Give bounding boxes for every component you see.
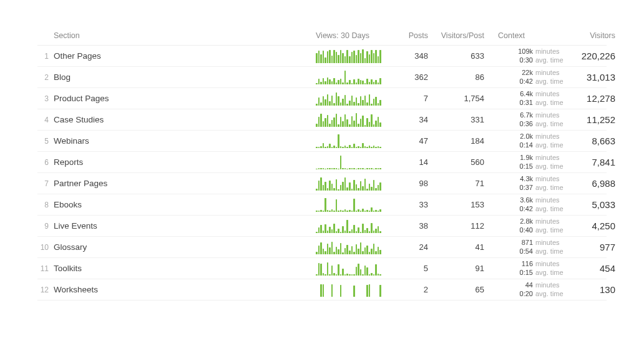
- row-rank: 12: [37, 286, 54, 294]
- header-context[interactable]: Context: [484, 31, 565, 40]
- context-avgtime-value: 0:30: [510, 56, 533, 65]
- context-avgtime-value: 0:31: [510, 99, 533, 107]
- table-row[interactable]: 4Case Studies343316.7kminutes0:36avg. ti…: [37, 109, 607, 131]
- visitors-count: 130: [565, 284, 615, 295]
- context-avgtime-label: avg. time: [535, 56, 565, 65]
- visitors-per-post: 331: [428, 115, 484, 124]
- visitors-count: 220,226: [565, 51, 615, 61]
- context-avgtime-label: avg. time: [535, 77, 565, 86]
- section-name[interactable]: Toolkits: [54, 264, 316, 273]
- header-posts[interactable]: Posts: [391, 31, 428, 40]
- visitors-per-post: 112: [428, 221, 484, 231]
- visitors-per-post: 91: [428, 264, 484, 273]
- section-analytics-table: Section Views: 30 Days Posts Visitors/Po…: [0, 0, 644, 313]
- table-row[interactable]: 8Ebooks331533.6kminutes0:42avg. time5,03…: [37, 194, 607, 216]
- table-row[interactable]: 7Partner Pages98714.3kminutes0:37avg. ti…: [37, 173, 607, 194]
- table-row[interactable]: 10Glossary2441871minutes0:54avg. time977: [37, 237, 607, 258]
- context-minutes-label: minutes: [535, 69, 565, 77]
- views-sparkline: [316, 262, 391, 276]
- section-name[interactable]: Other Pages: [54, 51, 316, 61]
- context-avgtime-label: avg. time: [535, 184, 565, 192]
- visitors-per-post: 184: [428, 136, 484, 146]
- context-avgtime-label: avg. time: [535, 226, 565, 235]
- context-minutes-value: 6.4k: [510, 90, 533, 99]
- posts-count: 24: [391, 242, 428, 252]
- views-sparkline: [316, 49, 391, 63]
- context-minutes-label: minutes: [535, 111, 565, 120]
- context-avgtime-label: avg. time: [535, 162, 565, 171]
- table-header-row: Section Views: 30 Days Posts Visitors/Po…: [37, 31, 607, 46]
- visitors-count: 5,033: [565, 199, 615, 210]
- context-avgtime-label: avg. time: [535, 120, 565, 129]
- posts-count: 7: [391, 94, 428, 103]
- context-avgtime-value: 0:14: [510, 141, 533, 150]
- posts-count: 38: [391, 221, 428, 231]
- visitors-count: 454: [565, 263, 615, 274]
- context-stats: 109kminutes0:30avg. time: [484, 47, 565, 65]
- context-avgtime-value: 0:42: [510, 205, 533, 214]
- section-name[interactable]: Webinars: [54, 136, 316, 146]
- context-stats: 2.0kminutes0:14avg. time: [484, 132, 565, 150]
- visitors-count: 8,663: [565, 136, 615, 146]
- table-row[interactable]: 3Product Pages71,7546.4kminutes0:31avg. …: [37, 88, 607, 109]
- section-name[interactable]: Case Studies: [54, 115, 316, 124]
- visitors-per-post: 560: [428, 157, 484, 167]
- context-avgtime-value: 0:40: [510, 226, 533, 235]
- row-rank: 4: [37, 116, 54, 124]
- context-stats: 4.3kminutes0:37avg. time: [484, 175, 565, 192]
- section-name[interactable]: Blog: [54, 72, 316, 82]
- visitors-per-post: 86: [428, 72, 484, 82]
- context-avgtime-label: avg. time: [535, 247, 565, 256]
- header-visitors-per-post[interactable]: Visitors/Post: [428, 31, 484, 40]
- section-name[interactable]: Product Pages: [54, 94, 316, 103]
- context-stats: 116minutes0:15avg. time: [484, 260, 565, 277]
- posts-count: 14: [391, 157, 428, 167]
- visitors-per-post: 153: [428, 200, 484, 209]
- header-visitors[interactable]: Visitors: [565, 31, 615, 40]
- context-avgtime-value: 0:54: [510, 247, 533, 256]
- context-avgtime-label: avg. time: [535, 99, 565, 107]
- context-stats: 2.8kminutes0:40avg. time: [484, 217, 565, 235]
- context-minutes-label: minutes: [535, 217, 565, 226]
- section-name[interactable]: Glossary: [54, 242, 316, 252]
- table-row[interactable]: 11Toolkits591116minutes0:15avg. time454: [37, 258, 607, 279]
- context-minutes-label: minutes: [535, 175, 565, 184]
- table-row[interactable]: 2Blog3628622kminutes0:42avg. time31,013: [37, 67, 607, 88]
- views-sparkline: [316, 219, 391, 233]
- views-sparkline: [316, 198, 391, 212]
- context-minutes-value: 2.8k: [510, 217, 533, 226]
- context-stats: 1.9kminutes0:15avg. time: [484, 154, 565, 171]
- section-name[interactable]: Ebooks: [54, 200, 316, 209]
- row-rank: 6: [37, 158, 54, 167]
- context-avgtime-label: avg. time: [535, 205, 565, 214]
- views-sparkline: [316, 177, 391, 191]
- context-minutes-value: 44: [510, 281, 533, 290]
- context-stats: 871minutes0:54avg. time: [484, 239, 565, 256]
- section-name[interactable]: Worksheets: [54, 285, 316, 294]
- row-rank: 7: [37, 179, 54, 188]
- posts-count: 362: [391, 72, 428, 82]
- table-row[interactable]: 5Webinars471842.0kminutes0:14avg. time8,…: [37, 131, 607, 152]
- views-sparkline: [316, 241, 391, 254]
- visitors-count: 7,841: [565, 157, 615, 167]
- context-minutes-label: minutes: [535, 154, 565, 162]
- context-avgtime-label: avg. time: [535, 141, 565, 150]
- table-row[interactable]: 1Other Pages348633109kminutes0:30avg. ti…: [37, 46, 607, 67]
- context-minutes-label: minutes: [535, 132, 565, 141]
- visitors-per-post: 633: [428, 51, 484, 61]
- table-row[interactable]: 6Reports145601.9kminutes0:15avg. time7,8…: [37, 152, 607, 173]
- header-section[interactable]: Section: [54, 31, 316, 40]
- context-avgtime-value: 0:36: [510, 120, 533, 129]
- context-minutes-label: minutes: [535, 47, 565, 56]
- table-row[interactable]: 9Live Events381122.8kminutes0:40avg. tim…: [37, 216, 607, 237]
- section-name[interactable]: Live Events: [54, 221, 316, 231]
- visitors-per-post: 41: [428, 242, 484, 252]
- table-row[interactable]: 12Worksheets26544minutes0:20avg. time130: [37, 279, 607, 301]
- context-minutes-value: 3.6k: [510, 196, 533, 205]
- section-name[interactable]: Reports: [54, 157, 316, 167]
- posts-count: 5: [391, 264, 428, 273]
- header-views[interactable]: Views: 30 Days: [316, 31, 391, 40]
- section-name[interactable]: Partner Pages: [54, 179, 316, 188]
- context-stats: 22kminutes0:42avg. time: [484, 69, 565, 86]
- posts-count: 98: [391, 179, 428, 188]
